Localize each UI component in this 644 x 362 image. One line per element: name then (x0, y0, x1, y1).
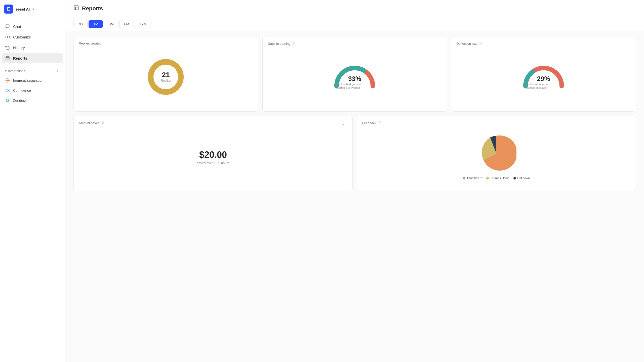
gaps-info-icon[interactable]: ⓘ (292, 41, 295, 46)
feedback-info-icon[interactable]: ⓘ (378, 121, 381, 125)
reports-header-icon (73, 5, 79, 12)
card-title-amount: Amount saved ⓘ (79, 121, 104, 125)
pie-chart-svg (476, 133, 516, 173)
filter-1m[interactable]: 1M (89, 20, 103, 28)
donut-center: 21 Replies (161, 71, 171, 82)
amount-value: $20.00 (199, 150, 227, 160)
integrations-label: Integrations (8, 69, 25, 73)
legend-unknown: Unknown (513, 176, 530, 180)
svg-point-0 (7, 36, 8, 38)
card-deflection-rate: Deflection rate ⓘ 29% Replies required n… (451, 36, 636, 112)
gauge-center-gaps: 33% Replies had gaps in Sources or Promp… (332, 75, 377, 90)
chat-icon (5, 24, 10, 29)
thumbsdown-label: Thumbs Down (490, 176, 509, 180)
unknown-dot (513, 177, 516, 179)
amount-info-icon[interactable]: ⓘ (101, 121, 104, 125)
donut-chart: 21 Replies (146, 57, 186, 97)
page-title: Reports (82, 5, 103, 12)
zendesk-icon (5, 98, 10, 103)
app-chevron-icon: ▾ (33, 7, 34, 11)
pie-legend: Thumbs Up Thumbs Down Unknown (463, 176, 530, 180)
filter-7d[interactable]: 7D (73, 20, 88, 28)
deflection-percent: 29% (521, 75, 566, 82)
svg-rect-1 (6, 56, 9, 60)
sidebar-item-label: Chat (13, 24, 21, 29)
card-body-replies: 21 Replies (79, 47, 253, 106)
thumbsup-dot (463, 177, 465, 179)
sidebar-item-history[interactable]: History (2, 42, 63, 53)
integration-label: Zendesk (13, 99, 27, 103)
add-integration-button[interactable]: + (55, 68, 60, 74)
card-title-gaps: Gaps in training ⓘ (268, 41, 295, 46)
time-filter-bar: 7D 1M 3M 6M 12M (65, 16, 644, 31)
sidebar-nav: Chat Customize History (0, 18, 65, 362)
replies-label: Replies (161, 79, 171, 82)
card-body-gaps: 33% Replies had gaps in Sources or Promp… (268, 48, 442, 106)
thumbsdown-dot (486, 177, 489, 179)
gauge-chart-deflection: 29% Replies required no human escalation (521, 65, 566, 90)
history-icon (5, 45, 10, 50)
app-logo: E (4, 5, 13, 14)
card-title-replies: Replies created (79, 41, 101, 45)
main-content: Reports 7D 1M 3M 6M 12M Replies created … (65, 0, 644, 362)
sidebar-header[interactable]: E eesel AI ▾ (0, 0, 65, 18)
sidebar-item-reports[interactable]: Reports (2, 53, 63, 63)
integration-atlassian[interactable]: home.atlassian.com (2, 76, 63, 85)
card-body-deflection: 29% Replies required no human escalation (456, 48, 631, 106)
legend-thumbsup: Thumbs Up (463, 176, 482, 180)
customize-icon (5, 34, 10, 39)
deflection-sublabel: Replies required no human escalation (521, 82, 554, 90)
amount-sublabel: saved over 1.00 hours (197, 161, 229, 165)
unknown-label: Unknown (517, 176, 530, 180)
amount-menu-button[interactable]: ⋯ (340, 121, 347, 127)
app-name: eesel AI (16, 7, 30, 11)
thumbsup-label: Thumbs Up (467, 176, 482, 180)
filter-6m[interactable]: 6M (119, 20, 134, 28)
card-title-feedback: Feedback ⓘ (362, 121, 381, 125)
integration-confluence[interactable]: Confluence (2, 86, 63, 95)
confluence-icon (5, 88, 10, 93)
replies-count: 21 (161, 71, 171, 78)
main-header: Reports (65, 0, 644, 16)
globe-icon (5, 78, 10, 83)
sidebar-item-chat[interactable]: Chat (2, 21, 63, 31)
integration-label: home.atlassian.com (13, 78, 45, 82)
bottom-cards: Amount saved ⓘ ⋯ $20.00 saved over 1.00 … (65, 112, 644, 196)
gaps-sublabel: Replies had gaps in Sources or Prompt (332, 82, 365, 90)
card-gaps-training: Gaps in training ⓘ 33% Replies had gaps … (262, 36, 447, 112)
gauge-center-deflection: 29% Replies required no human escalation (521, 75, 566, 90)
card-amount-saved: Amount saved ⓘ ⋯ $20.00 saved over 1.00 … (73, 116, 353, 191)
integration-zendesk[interactable]: Zendesk (2, 96, 63, 105)
sidebar-item-label: Customize (13, 35, 31, 39)
top-cards: Replies created 21 Replies Gaps in t (65, 31, 644, 112)
sidebar-item-customize[interactable]: Customize (2, 32, 63, 42)
card-replies-created: Replies created 21 Replies (73, 36, 258, 112)
filter-3m[interactable]: 3M (104, 20, 118, 28)
card-feedback: Feedback ⓘ Thumbs Up (357, 116, 636, 191)
filter-12m[interactable]: 12M (135, 20, 151, 28)
collapse-icon: ▾ (5, 69, 7, 73)
card-body-amount: $20.00 saved over 1.00 hours (79, 128, 347, 186)
sidebar-item-label: Reports (13, 56, 27, 60)
legend-thumbsdown: Thumbs Down (486, 176, 509, 180)
sidebar: E eesel AI ▾ Chat Customize (0, 0, 65, 362)
integrations-section[interactable]: ▾ Integrations + (2, 66, 63, 76)
gaps-percent: 33% (332, 75, 377, 82)
gauge-chart-gaps: 33% Replies had gaps in Sources or Promp… (332, 65, 377, 90)
reports-icon (5, 56, 10, 61)
card-body-feedback: Thumbs Up Thumbs Down Unknown (362, 127, 631, 186)
card-title-deflection: Deflection rate ⓘ (456, 41, 482, 46)
deflection-info-icon[interactable]: ⓘ (479, 41, 482, 46)
sidebar-item-label: History (13, 46, 25, 50)
svg-rect-6 (74, 6, 78, 10)
integration-label: Confluence (13, 88, 31, 93)
